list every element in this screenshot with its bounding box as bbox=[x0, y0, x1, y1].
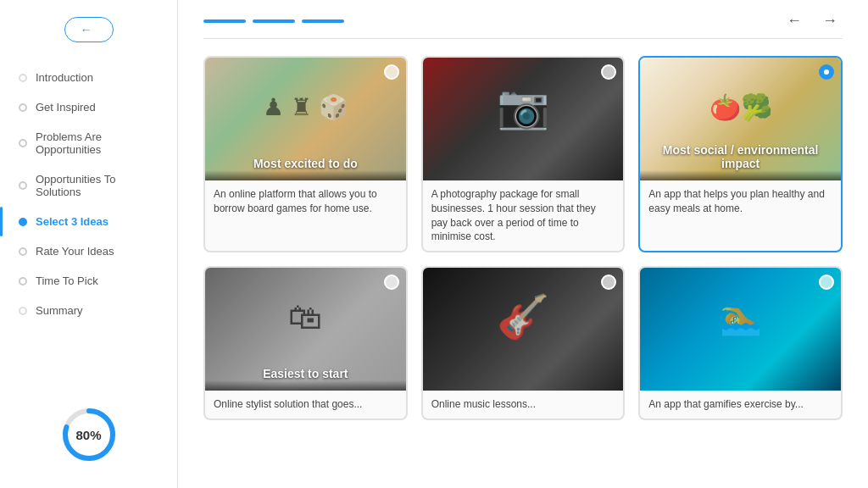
card-guitar[interactable]: Online music lessons... bbox=[421, 266, 626, 420]
sidebar-item-time-to-pick[interactable]: Time To Pick bbox=[8, 266, 169, 296]
sidebar-item-problems[interactable]: Problems Are Opportunities bbox=[8, 122, 169, 164]
sidebar: ← IntroductionGet InspiredProblems Are O… bbox=[0, 0, 178, 488]
main-header: ← → bbox=[203, 0, 843, 39]
card-tag-cooking: Most social / environmental impact bbox=[640, 140, 841, 174]
sidebar-nav: IntroductionGet InspiredProblems Are Opp… bbox=[0, 63, 177, 325]
step-bar-2 bbox=[253, 19, 295, 23]
nav-label-introduction: Introduction bbox=[36, 71, 93, 84]
progress-circle: 80% bbox=[59, 405, 119, 464]
sidebar-item-summary[interactable]: Summary bbox=[8, 296, 169, 325]
nav-dot-get-inspired bbox=[19, 103, 27, 112]
prev-arrow[interactable]: ← bbox=[782, 10, 807, 31]
card-selector-pool bbox=[819, 274, 834, 290]
sidebar-item-introduction[interactable]: Introduction bbox=[8, 63, 169, 92]
card-pool[interactable]: An app that gamifies exercise by... bbox=[638, 266, 843, 420]
main-content: ← → Most excited to doAn online platform… bbox=[178, 0, 868, 488]
back-arrow-icon: ← bbox=[81, 23, 92, 36]
nav-label-opportunities: Opportunities To Solutions bbox=[36, 173, 159, 198]
card-image-photography bbox=[423, 58, 624, 180]
card-cooking[interactable]: Most social / environmental impactAn app… bbox=[638, 56, 843, 252]
card-selector-board-games bbox=[384, 64, 399, 80]
card-description-cooking: An app that helps you plan healthy and e… bbox=[640, 180, 841, 223]
card-tag-shop: Easiest to start bbox=[205, 363, 406, 384]
card-description-photography: A photography package for small business… bbox=[423, 180, 624, 251]
card-description-board-games: An online platform that allows you to bo… bbox=[205, 180, 406, 223]
card-board-games[interactable]: Most excited to doAn online platform tha… bbox=[203, 56, 408, 252]
card-overlay-board-games: Most excited to do bbox=[205, 170, 406, 180]
card-selector-guitar bbox=[601, 274, 616, 290]
card-overlay-cooking: Most social / environmental impact bbox=[640, 170, 841, 180]
card-selector-photography bbox=[601, 64, 616, 80]
next-arrow[interactable]: → bbox=[817, 10, 843, 31]
sidebar-item-opportunities[interactable]: Opportunities To Solutions bbox=[8, 164, 169, 207]
sidebar-item-select-ideas[interactable]: Select 3 Ideas bbox=[8, 207, 169, 236]
nav-dot-summary bbox=[19, 307, 27, 315]
card-image-cooking: Most social / environmental impact bbox=[640, 58, 841, 180]
step-indicators bbox=[203, 19, 344, 23]
nav-label-problems: Problems Are Opportunities bbox=[36, 130, 159, 156]
card-overlay-shop: Easiest to start bbox=[205, 380, 406, 391]
nav-arrows: ← → bbox=[782, 10, 843, 31]
card-image-shop: Easiest to start bbox=[205, 268, 406, 391]
card-image-board-games: Most excited to do bbox=[205, 58, 406, 180]
nav-dot-rate-ideas bbox=[19, 247, 27, 256]
card-description-shop: Online stylist solution that goes... bbox=[205, 391, 406, 419]
nav-dot-select-ideas bbox=[19, 218, 27, 226]
nav-label-rate-ideas: Rate Your Ideas bbox=[36, 245, 114, 258]
nav-label-get-inspired: Get Inspired bbox=[36, 101, 96, 114]
nav-dot-problems bbox=[19, 139, 27, 147]
card-description-guitar: Online music lessons... bbox=[423, 391, 624, 419]
nav-label-select-ideas: Select 3 Ideas bbox=[36, 215, 108, 228]
card-tag-board-games: Most excited to do bbox=[205, 153, 406, 174]
card-photography[interactable]: A photography package for small business… bbox=[421, 56, 626, 252]
nav-label-summary: Summary bbox=[36, 304, 83, 317]
card-image-pool bbox=[640, 268, 841, 391]
card-shop[interactable]: Easiest to startOnline stylist solution … bbox=[203, 266, 408, 420]
card-selector-cooking bbox=[819, 64, 834, 80]
card-image-guitar bbox=[423, 268, 624, 391]
step-bar-3 bbox=[302, 19, 344, 23]
card-description-pool: An app that gamifies exercise by... bbox=[640, 391, 841, 419]
progress-section: 80% bbox=[59, 405, 119, 471]
back-button[interactable]: ← bbox=[64, 17, 114, 42]
card-selector-shop bbox=[384, 274, 399, 290]
sidebar-item-rate-ideas[interactable]: Rate Your Ideas bbox=[8, 236, 169, 266]
progress-value: 80% bbox=[75, 428, 101, 442]
nav-dot-time-to-pick bbox=[19, 277, 27, 286]
nav-dot-opportunities bbox=[19, 181, 27, 190]
nav-label-time-to-pick: Time To Pick bbox=[36, 274, 98, 287]
nav-dot-introduction bbox=[19, 74, 27, 82]
step-bar-1 bbox=[203, 19, 246, 23]
sidebar-item-get-inspired[interactable]: Get Inspired bbox=[8, 92, 169, 122]
cards-grid: Most excited to doAn online platform tha… bbox=[203, 56, 843, 420]
